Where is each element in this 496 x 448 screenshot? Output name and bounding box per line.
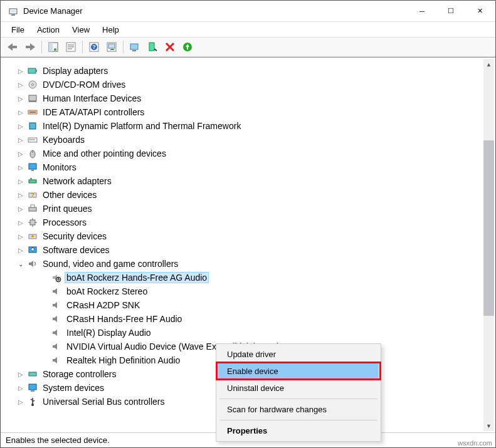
speaker-icon bbox=[51, 286, 62, 297]
expand-icon[interactable]: ▷ bbox=[16, 95, 26, 102]
tree-item-intel-dptf[interactable]: ▷Intel(R) Dynamic Platform and Thermal F… bbox=[2, 119, 482, 133]
cpu-icon bbox=[27, 217, 38, 228]
tree-label: Sound, video and game controllers bbox=[41, 258, 180, 269]
svg-rect-55 bbox=[29, 384, 36, 390]
tree-label: Network adapters bbox=[41, 175, 113, 187]
expand-icon[interactable]: ▷ bbox=[16, 385, 26, 392]
scroll-up-icon[interactable]: ▲ bbox=[483, 59, 494, 70]
tree-item-processors[interactable]: ▷Processors bbox=[2, 216, 482, 229]
svg-rect-4 bbox=[26, 46, 30, 48]
svg-point-24 bbox=[32, 84, 34, 86]
expand-icon[interactable]: ▷ bbox=[16, 219, 26, 226]
tree-item-other[interactable]: ▷?Other devices bbox=[2, 188, 482, 202]
expand-icon[interactable]: ▷ bbox=[16, 233, 26, 240]
storage-icon bbox=[27, 368, 38, 380]
expand-icon[interactable]: ▷ bbox=[16, 123, 26, 130]
tree-item-software[interactable]: ▷Software devices bbox=[2, 243, 482, 257]
tree-item-display-adapters[interactable]: ▷Display adapters bbox=[2, 64, 482, 78]
minimize-button[interactable]: ─ bbox=[408, 2, 436, 21]
close-button[interactable]: ✕ bbox=[465, 2, 494, 21]
expand-icon[interactable]: ▷ bbox=[16, 81, 26, 88]
expand-icon[interactable]: ▷ bbox=[16, 137, 26, 143]
tree-item-ide[interactable]: ▷IDE ATA/ATAPI controllers bbox=[2, 105, 482, 119]
scrollbar-thumb[interactable] bbox=[483, 140, 494, 316]
system-icon bbox=[27, 382, 38, 393]
ctx-uninstall-device[interactable]: Uninstall device bbox=[218, 380, 379, 397]
separator bbox=[219, 399, 377, 399]
collapse-icon[interactable]: ⌄ bbox=[16, 261, 26, 268]
expand-icon[interactable]: ▷ bbox=[16, 178, 26, 185]
expand-icon[interactable]: ▷ bbox=[16, 164, 26, 171]
expand-icon[interactable]: ▷ bbox=[16, 150, 26, 157]
tree-item-monitors[interactable]: ▷Monitors bbox=[2, 160, 482, 174]
tree-item-crash-a2dp[interactable]: CRasH A2DP SNK bbox=[2, 298, 482, 312]
expand-icon[interactable]: ▷ bbox=[16, 68, 26, 75]
watermark: wsxdn.com bbox=[458, 439, 492, 447]
tree-label: boAt Rockerz Hands-Free AG Audio bbox=[65, 272, 209, 283]
svg-rect-16 bbox=[108, 44, 115, 48]
menu-file[interactable]: File bbox=[6, 23, 30, 36]
software-icon bbox=[27, 244, 38, 256]
menu-help[interactable]: Help bbox=[97, 23, 125, 36]
tree-label: CRasH Hands-Free HF Audio bbox=[65, 313, 184, 325]
tree-item-network[interactable]: ▷Network adapters bbox=[2, 174, 482, 188]
vertical-scrollbar[interactable]: ▲ ▼ bbox=[483, 59, 494, 431]
tree-item-intel-display-audio[interactable]: Intel(R) Display Audio bbox=[2, 326, 482, 340]
tree-item-keyboards[interactable]: ▷Keyboards bbox=[2, 133, 482, 147]
tree-item-crash-hf[interactable]: CRasH Hands-Free HF Audio bbox=[2, 312, 482, 326]
tree-label: Monitors bbox=[41, 162, 78, 173]
forward-button[interactable] bbox=[22, 39, 38, 55]
tree-item-sound[interactable]: ⌄Sound, video and game controllers bbox=[2, 257, 482, 271]
properties-icon[interactable] bbox=[63, 39, 79, 55]
hid-icon bbox=[27, 93, 38, 104]
scan-hardware-icon[interactable] bbox=[103, 39, 120, 55]
tree-item-boat-hf[interactable]: boAt Rockerz Hands-Free AG Audio bbox=[2, 271, 482, 284]
speaker-icon bbox=[51, 355, 62, 366]
other-icon: ? bbox=[27, 189, 38, 201]
expand-icon[interactable]: ▷ bbox=[16, 371, 26, 378]
update-driver-icon[interactable] bbox=[127, 39, 143, 55]
menu-view[interactable]: View bbox=[66, 23, 95, 36]
titlebar[interactable]: Device Manager ─ ☐ ✕ bbox=[1, 1, 495, 22]
menu-action[interactable]: Action bbox=[31, 23, 65, 36]
ctx-update-driver[interactable]: Update driver bbox=[218, 346, 379, 363]
expand-icon[interactable]: ▷ bbox=[16, 109, 26, 116]
svg-rect-37 bbox=[31, 170, 34, 171]
svg-rect-2 bbox=[11, 10, 16, 13]
tree-item-hid[interactable]: ▷Human Interface Devices bbox=[2, 91, 482, 105]
svg-rect-9 bbox=[68, 44, 74, 46]
tree-label: CRasH A2DP SNK bbox=[65, 300, 142, 311]
svg-point-52 bbox=[31, 248, 34, 251]
ctx-properties[interactable]: Properties bbox=[218, 422, 379, 439]
scroll-down-icon[interactable]: ▼ bbox=[483, 420, 494, 431]
help-icon[interactable]: ? bbox=[86, 39, 102, 55]
uninstall-device-icon[interactable] bbox=[162, 39, 178, 55]
display-adapter-icon bbox=[27, 65, 38, 76]
expand-icon[interactable]: ▷ bbox=[16, 399, 26, 405]
svg-rect-6 bbox=[49, 43, 53, 51]
back-button[interactable] bbox=[4, 39, 21, 55]
expand-icon[interactable]: ▷ bbox=[16, 247, 26, 254]
add-legacy-icon[interactable] bbox=[179, 39, 196, 55]
menubar: File Action View Help bbox=[1, 22, 495, 37]
ctx-scan-hardware[interactable]: Scan for hardware changes bbox=[218, 401, 379, 418]
maximize-button[interactable]: ☐ bbox=[436, 2, 465, 21]
tree-item-mice[interactable]: ▷Mice and other pointing devices bbox=[2, 147, 482, 160]
expand-icon[interactable]: ▷ bbox=[16, 192, 26, 199]
tree-item-boat-stereo[interactable]: boAt Rockerz Stereo bbox=[2, 284, 482, 298]
chip-icon bbox=[27, 120, 38, 132]
tree-label: Software devices bbox=[41, 244, 112, 256]
tree-item-dvd[interactable]: ▷DVD/CD-ROM drives bbox=[2, 78, 482, 91]
svg-rect-17 bbox=[130, 44, 138, 49]
svg-point-50 bbox=[31, 235, 34, 237]
expand-icon[interactable]: ▷ bbox=[16, 206, 26, 212]
status-text: Enables the selected device. bbox=[6, 435, 110, 445]
svg-rect-10 bbox=[68, 46, 74, 48]
tree-item-security[interactable]: ▷Security devices bbox=[2, 229, 482, 243]
tree-item-print[interactable]: ▷Print queues bbox=[2, 202, 482, 216]
ctx-enable-device[interactable]: Enable device bbox=[218, 363, 379, 380]
show-hide-console-icon[interactable] bbox=[45, 39, 61, 55]
svg-rect-32 bbox=[31, 139, 33, 140]
enable-device-icon[interactable] bbox=[144, 39, 161, 55]
svg-point-7 bbox=[54, 48, 56, 51]
